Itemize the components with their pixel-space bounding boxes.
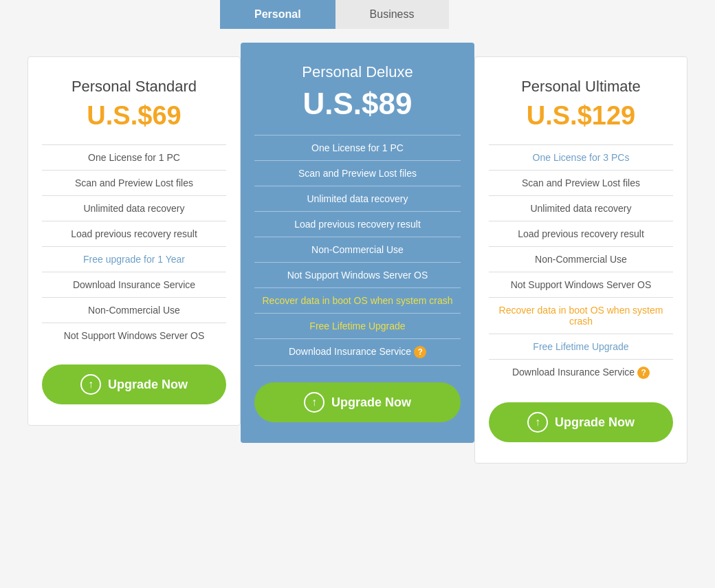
feature-item: Scan and Preview Lost files xyxy=(254,161,461,186)
upgrade-icon xyxy=(304,392,324,413)
plan-price-ultimate: U.S.$129 xyxy=(527,101,635,131)
plan-price-deluxe: U.S.$89 xyxy=(303,87,412,121)
feature-list-standard: One License for 1 PCScan and Preview Los… xyxy=(42,145,226,348)
feature-item: Not Support Windows Server OS xyxy=(489,272,673,298)
feature-item: One License for 1 PC xyxy=(42,145,226,171)
feature-item: Free Lifetime Upgrade xyxy=(254,314,461,339)
upgrade-button-label: Upgrade Now xyxy=(108,378,188,392)
feature-item: Recover data in boot OS when system cras… xyxy=(254,288,461,314)
feature-item: Download Insurance Service? xyxy=(254,339,461,366)
upgrade-button-standard[interactable]: Upgrade Now xyxy=(42,364,226,404)
plan-card-deluxe: Personal DeluxeU.S.$89One License for 1 … xyxy=(241,43,474,443)
feature-item: Non-Commercial Use xyxy=(42,298,226,323)
upgrade-button-label: Upgrade Now xyxy=(555,415,635,430)
pricing-cards: Personal StandardU.S.$69One License for … xyxy=(14,56,701,464)
question-icon[interactable]: ? xyxy=(637,367,650,379)
feature-item: Non-Commercial Use xyxy=(489,247,673,272)
plan-card-standard: Personal StandardU.S.$69One License for … xyxy=(28,56,241,426)
feature-item: Download Insurance Service xyxy=(42,272,226,298)
feature-item: Free Lifetime Upgrade xyxy=(489,334,673,360)
feature-item: Load previous recovery result xyxy=(254,212,461,237)
feature-item: Scan and Preview Lost files xyxy=(42,171,226,196)
feature-item: Load previous recovery result xyxy=(489,221,673,247)
plan-title-deluxe: Personal Deluxe xyxy=(302,63,412,81)
tab-personal[interactable]: Personal xyxy=(220,0,336,29)
plan-title-ultimate: Personal Ultimate xyxy=(521,78,641,96)
feature-item: Load previous recovery result xyxy=(42,221,226,247)
question-icon[interactable]: ? xyxy=(414,346,426,358)
upgrade-icon xyxy=(527,412,548,433)
feature-item: Unlimited data recovery xyxy=(254,186,461,212)
upgrade-button-ultimate[interactable]: Upgrade Now xyxy=(489,402,673,442)
feature-item: One License for 1 PC xyxy=(254,135,461,161)
feature-list-deluxe: One License for 1 PCScan and Preview Los… xyxy=(254,135,461,366)
feature-item: Scan and Preview Lost files xyxy=(489,171,673,196)
feature-item: Not Support Windows Server OS xyxy=(42,323,226,348)
feature-item: Non-Commercial Use xyxy=(254,237,461,263)
feature-item: Recover data in boot OS when system cras… xyxy=(489,298,673,334)
feature-item: Unlimited data recovery xyxy=(489,196,673,221)
feature-list-ultimate: One License for 3 PCsScan and Preview Lo… xyxy=(489,145,673,386)
plan-card-ultimate: Personal UltimateU.S.$129One License for… xyxy=(474,56,688,464)
tab-bar: Personal Business xyxy=(220,0,449,29)
upgrade-button-deluxe[interactable]: Upgrade Now xyxy=(254,382,461,422)
upgrade-icon xyxy=(80,374,101,395)
feature-item: Not Support Windows Server OS xyxy=(254,263,461,288)
feature-item: Download Insurance Service? xyxy=(489,360,673,386)
feature-item: Unlimited data recovery xyxy=(42,196,226,221)
tab-business[interactable]: Business xyxy=(336,0,449,29)
feature-item: One License for 3 PCs xyxy=(489,145,673,171)
feature-item: Free upgrade for 1 Year xyxy=(42,247,226,272)
plan-price-standard: U.S.$69 xyxy=(87,101,181,131)
upgrade-button-label: Upgrade Now xyxy=(331,395,411,410)
plan-title-standard: Personal Standard xyxy=(72,78,197,96)
